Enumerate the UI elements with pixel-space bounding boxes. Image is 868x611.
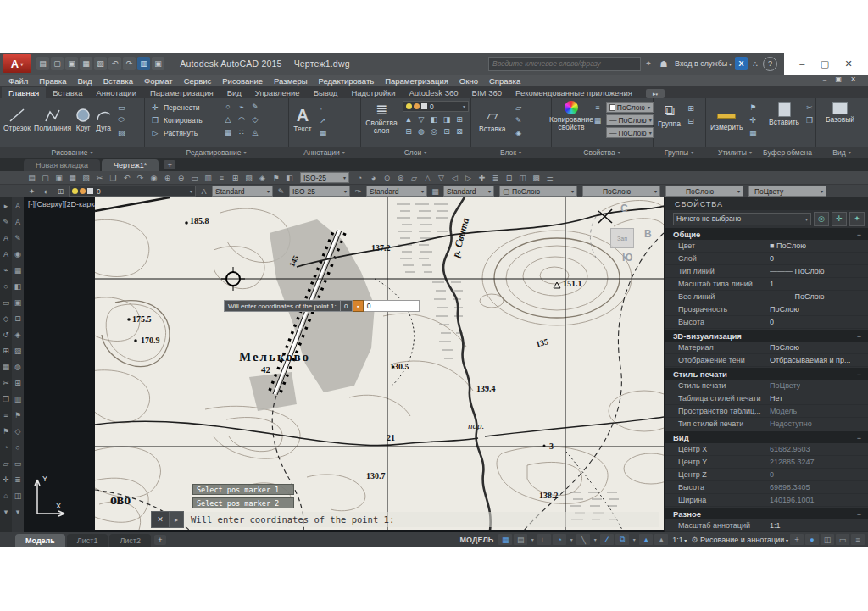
status-toggle-icon[interactable]: ╲ xyxy=(576,534,590,545)
layer-tool-icon[interactable]: ◨ xyxy=(441,114,453,125)
left-tool-icon[interactable]: ◇ xyxy=(13,423,24,439)
status-toggle-icon[interactable]: ⧉ xyxy=(615,534,629,545)
block-tool-icon[interactable]: ▱ xyxy=(513,102,525,113)
panel-label-block[interactable]: Блок xyxy=(470,147,551,158)
modify-tool-icon[interactable]: △ xyxy=(222,114,234,125)
toolbar-icon[interactable]: ◧ xyxy=(283,172,296,183)
annotation-scale-dropdown[interactable]: 1:1 xyxy=(670,536,689,544)
section-header[interactable]: 3D-визуализация xyxy=(665,330,868,342)
collapse-icon[interactable] xyxy=(857,433,861,442)
modify-tool-icon[interactable]: ◠ xyxy=(236,114,248,125)
dim-style-dropdown2[interactable]: ISO-25 xyxy=(289,186,350,197)
section-header[interactable]: Вид xyxy=(665,431,868,443)
collapse-icon[interactable] xyxy=(857,369,861,379)
annotate-tool-icon[interactable]: ▦ xyxy=(317,127,329,138)
property-row[interactable]: Центр Z0 xyxy=(665,469,868,481)
lineweight-dropdown[interactable]: —ПоСлою xyxy=(606,127,654,138)
toolbar-icon[interactable]: ◕ xyxy=(367,172,380,183)
arc-button[interactable]: Дуга xyxy=(95,108,112,132)
collapse-icon[interactable] xyxy=(857,331,861,341)
layer-tool-icon[interactable]: ▲ xyxy=(403,114,415,125)
status-tool-icon[interactable]: ＋ xyxy=(790,534,804,545)
panel-label-draw[interactable]: Рисование xyxy=(0,147,144,158)
toolbar-icon[interactable]: ⊕ xyxy=(161,172,174,183)
left-tool-icon[interactable]: ○ xyxy=(1,278,12,294)
left-tool-icon[interactable]: ≣ xyxy=(13,471,24,487)
table-style-dropdown[interactable]: Standard xyxy=(443,186,494,197)
utility-tool-icon[interactable]: ✛ xyxy=(747,114,759,125)
doc-window-controls[interactable]: ‒ ▣ ✕ xyxy=(823,75,860,83)
status-toggle-icon[interactable]: ▤ xyxy=(514,534,527,545)
help-icon[interactable]: ? xyxy=(763,57,777,71)
menu-item[interactable]: Справка xyxy=(489,76,520,86)
menu-item[interactable]: Сервис xyxy=(184,76,212,86)
menu-item[interactable]: Размеры xyxy=(274,76,307,86)
left-tool-icon[interactable]: ⊞ xyxy=(13,375,24,391)
toolbar-icon[interactable]: ⊙ xyxy=(381,172,393,183)
customize-command-icon[interactable]: ▸ xyxy=(170,511,184,528)
property-row[interactable]: Центр X61682.9603 xyxy=(665,443,868,456)
left-tool-icon[interactable]: ▥ xyxy=(13,391,24,407)
property-dropdown[interactable]: ПоЦвету xyxy=(748,186,826,197)
property-row[interactable]: Пространство таблиц...Модель xyxy=(665,405,868,418)
status-toggle-icon[interactable]: ∠ xyxy=(600,534,614,545)
modify-tool-icon[interactable]: ○ xyxy=(222,101,234,112)
toolbar-icon[interactable]: ⊖ xyxy=(175,172,187,183)
ribbon-tab[interactable]: Аннотации xyxy=(89,87,143,98)
stretch-button[interactable]: ▷Растянуть xyxy=(149,126,288,139)
toolbar-icon[interactable]: ◫ xyxy=(516,172,529,183)
file-tab[interactable]: Новая вкладка xyxy=(24,159,100,171)
binoculars-search-icon[interactable]: ⌖ xyxy=(641,57,656,70)
ribbon-tab[interactable]: Управление xyxy=(248,87,307,98)
left-tool-icon[interactable]: ◉ xyxy=(13,246,24,262)
property-row[interactable]: Таблица стилей печатиНет xyxy=(665,392,868,405)
left-tool-icon[interactable]: A xyxy=(1,230,12,246)
viewcube[interactable]: Зап xyxy=(610,228,634,248)
toolbar-icon[interactable]: ▩ xyxy=(530,172,542,183)
toolbar-icon[interactable]: ⊚ xyxy=(394,172,407,183)
left-tool-icon[interactable]: ▭ xyxy=(13,455,24,471)
toolbar-icon[interactable]: ▣ xyxy=(53,172,65,183)
text-style-icon[interactable]: A xyxy=(198,186,210,197)
toolbar-icon[interactable]: ▧ xyxy=(80,172,92,183)
panel-label-modify[interactable]: Редактирование xyxy=(144,147,288,158)
file-tab[interactable]: Чертеж1* xyxy=(102,159,159,171)
left-tool-icon[interactable]: ✎ xyxy=(13,230,24,246)
coordinate-input[interactable]: 0 xyxy=(364,300,420,312)
collapse-icon[interactable] xyxy=(857,509,861,519)
palette-title[interactable]: СВОЙСТВА xyxy=(665,197,868,210)
status-tool-icon[interactable]: ◫ xyxy=(821,534,834,545)
match-properties-button[interactable]: Копирование свойств xyxy=(554,101,589,131)
left-tool-icon[interactable]: ◧ xyxy=(13,278,24,294)
property-row[interactable]: Масштаб типа линий1 xyxy=(665,278,868,291)
left-tool-icon[interactable]: ✎ xyxy=(1,214,12,230)
property-row[interactable]: Цвет■ ПоСлою xyxy=(665,240,868,253)
left-tool-icon[interactable]: ▦ xyxy=(13,262,24,278)
toolbar-icon[interactable]: ▦ xyxy=(66,172,79,183)
toolbar-icon[interactable]: ▢ xyxy=(39,172,52,183)
ribbon-tab[interactable]: Вставка xyxy=(46,87,89,98)
left-tool-icon[interactable]: ▱ xyxy=(1,455,12,471)
left-tool-icon[interactable]: ⊞ xyxy=(1,342,12,358)
toolbar-icon[interactable]: ✂ xyxy=(93,172,106,183)
left-tool-icon[interactable]: ❐ xyxy=(1,391,12,407)
new-layout-button[interactable]: + xyxy=(154,535,166,545)
status-tool-icon[interactable]: ≡ xyxy=(851,534,865,545)
ribbon-tab[interactable]: Autodesk 360 xyxy=(403,87,465,98)
left-tool-icon[interactable]: ✂ xyxy=(1,375,12,391)
layer-tool-icon[interactable]: ⊡ xyxy=(441,125,453,136)
layer-tool-icon[interactable]: ⊠ xyxy=(453,125,465,136)
panel-label-utilities[interactable]: Утилиты xyxy=(705,147,765,158)
modify-tool-icon[interactable]: ◬ xyxy=(249,126,261,137)
table-style-icon[interactable]: ▦ xyxy=(429,186,442,197)
utility-tool-icon[interactable]: ⚑ xyxy=(747,102,759,113)
a360-icon[interactable]: ∴ xyxy=(748,57,763,70)
toolbar-icon[interactable]: ◉ xyxy=(147,172,160,183)
toolbar-icon[interactable]: ⚑ xyxy=(270,172,282,183)
ribbon-tab[interactable]: Вид xyxy=(220,87,248,98)
toolbar-icon[interactable]: ▱ xyxy=(408,172,420,183)
block-tool-icon[interactable]: ✎ xyxy=(513,114,525,125)
left-tool-icon[interactable]: ◇ xyxy=(1,310,12,326)
insert-block-button[interactable]: ▱ Вставка xyxy=(479,107,506,133)
layer-tool-icon[interactable]: ◧ xyxy=(428,114,440,125)
